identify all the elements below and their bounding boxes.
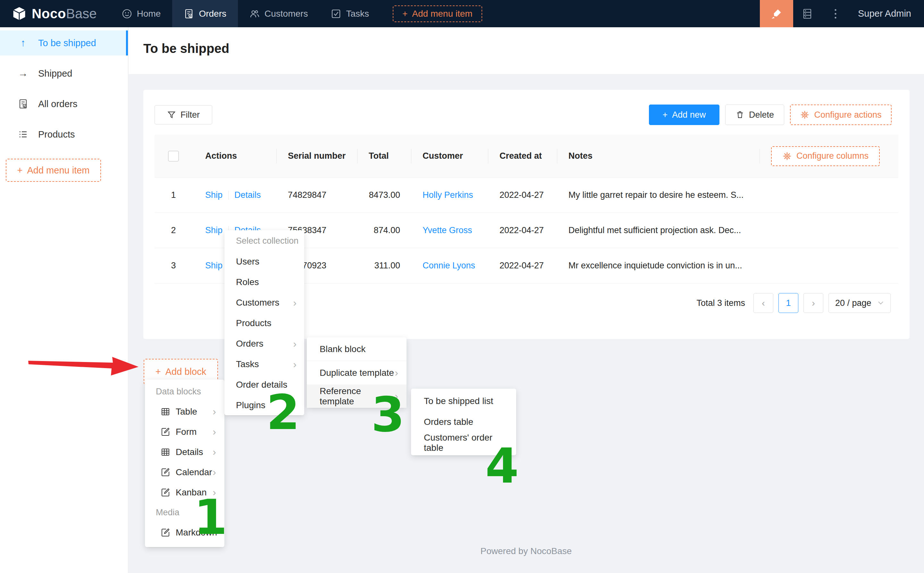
configure-actions-button[interactable]: Configure actions: [790, 105, 892, 125]
menu-item-blank-block[interactable]: Blank block: [307, 337, 406, 361]
add-menu-item-sidebar-button[interactable]: + Add menu item: [6, 159, 101, 182]
nav-item-orders[interactable]: Orders: [172, 0, 238, 27]
menu-item-plugins[interactable]: Plugins: [224, 395, 304, 416]
plugin-manager-button[interactable]: [793, 0, 821, 27]
menu-item-reference-template[interactable]: Reference template›: [307, 384, 406, 408]
nav-item-tasks[interactable]: Tasks: [319, 0, 381, 27]
customer-link[interactable]: Holly Perkins: [422, 190, 473, 200]
add-menu-item-top-button[interactable]: + Add menu item: [393, 5, 482, 22]
chevron-right-icon: ›: [395, 367, 398, 379]
nav-item-customers[interactable]: Customers: [238, 0, 319, 27]
created-at-cell: 2022-04-27: [488, 178, 557, 213]
menu-item-to-be-shipped-list[interactable]: To be shipped list: [411, 391, 516, 412]
row-index: 3: [155, 248, 192, 283]
page-header: To be shipped: [128, 27, 924, 74]
select-collection-menu: Select collection Users Roles Customers›…: [224, 230, 304, 415]
current-user-menu[interactable]: Super Admin: [850, 8, 924, 19]
total-cell: 874.00: [357, 213, 411, 248]
chevron-down-icon: [877, 301, 884, 305]
menu-item-customers[interactable]: Customers›: [224, 293, 304, 313]
customer-link[interactable]: Yvette Gross: [422, 225, 472, 235]
delete-button[interactable]: Delete: [725, 105, 784, 125]
column-header-created-at: Created at: [488, 135, 557, 177]
database-icon: [802, 8, 813, 20]
nav-item-home[interactable]: Home: [110, 0, 172, 27]
ship-action-link[interactable]: Ship: [205, 190, 222, 200]
table-header-row: Actions Serial number Total Customer Cre…: [155, 135, 898, 178]
ui-editor-button[interactable]: [760, 0, 793, 27]
configure-columns-button[interactable]: Configure columns: [771, 146, 880, 166]
file-done-icon: [184, 9, 194, 19]
pagination-page-1[interactable]: 1: [779, 293, 798, 313]
pagination: Total 3 items ‹ 1 › 20 / page: [696, 293, 891, 313]
menu-item-calendar[interactable]: Calendar ›: [145, 462, 224, 482]
gear-icon: [800, 110, 810, 120]
pagination-total: Total 3 items: [696, 298, 745, 308]
filter-button[interactable]: Filter: [155, 105, 212, 124]
menu-item-kanban[interactable]: Kanban ›: [145, 482, 224, 503]
plus-icon: +: [17, 165, 23, 176]
menu-item-users[interactable]: Users: [224, 251, 304, 272]
chevron-right-icon: ›: [213, 466, 216, 478]
notes-cell: Delightful met sufficient projection ask…: [557, 213, 760, 248]
form-icon: [161, 427, 170, 437]
page-size-select[interactable]: 20 / page: [829, 293, 891, 313]
app-logo[interactable]: NocoBase: [0, 0, 110, 27]
created-at-cell: 2022-04-27: [488, 213, 557, 248]
file-done-icon: [18, 99, 28, 109]
menu-item-orders-table[interactable]: Orders table: [411, 412, 516, 432]
details-action-link[interactable]: Details: [235, 190, 261, 200]
brand-name-bold: Noco: [32, 6, 66, 21]
customer-link[interactable]: Connie Lyons: [422, 261, 475, 271]
pagination-prev-button[interactable]: ‹: [754, 293, 773, 313]
sidebar-item-shipped[interactable]: → Shipped: [0, 61, 128, 86]
table-row[interactable]: 1 Ship Details 74829847 8473.00 Holly Pe…: [155, 178, 898, 213]
trash-icon: [735, 110, 744, 119]
menu-item-markdown[interactable]: Markdown: [145, 522, 224, 543]
menu-item-customers-order-table[interactable]: Customers' order table: [411, 432, 516, 453]
menu-item-table[interactable]: Table ›: [145, 401, 224, 422]
brand-name-light: Base: [66, 6, 97, 21]
highlighter-icon: [770, 7, 783, 20]
chevron-right-icon: ›: [293, 297, 297, 309]
unordered-list-icon: [18, 129, 28, 139]
sidebar-item-all-orders[interactable]: All orders: [0, 91, 128, 116]
select-all-checkbox[interactable]: [168, 151, 179, 161]
total-cell: 311.00: [357, 248, 411, 283]
column-header-actions: Actions: [192, 135, 276, 177]
total-cell: 8473.00: [357, 178, 411, 213]
table-icon: [161, 448, 170, 457]
row-index: 1: [155, 178, 192, 213]
menu-item-order-details[interactable]: Order details: [224, 374, 304, 395]
menu-item-form[interactable]: Form ›: [145, 422, 224, 442]
more-actions-button[interactable]: [821, 0, 850, 27]
chevron-right-icon: ›: [213, 426, 216, 438]
menu-item-details[interactable]: Details ›: [145, 442, 224, 462]
column-header-serial: Serial number: [276, 135, 357, 177]
chevron-right-icon: ›: [213, 405, 216, 418]
arrow-right-icon: →: [18, 68, 28, 79]
smile-icon: [122, 9, 132, 19]
logo-cube-icon: [12, 6, 27, 21]
form-icon: [161, 488, 170, 497]
menu-group-label: Data blocks: [145, 382, 224, 401]
form-icon: [161, 468, 170, 477]
add-new-button[interactable]: + Add new: [649, 105, 719, 125]
menu-item-roles[interactable]: Roles: [224, 272, 304, 293]
ship-action-link[interactable]: Ship: [205, 261, 222, 271]
menu-item-duplicate-template[interactable]: Duplicate template›: [307, 361, 406, 384]
menu-item-orders[interactable]: Orders›: [224, 333, 304, 354]
menu-item-products[interactable]: Products: [224, 313, 304, 333]
sidebar-item-to-be-shipped[interactable]: ↑ To be shipped: [0, 30, 128, 55]
team-icon: [249, 9, 260, 19]
menu-item-tasks[interactable]: Tasks›: [224, 354, 304, 374]
plus-icon: +: [402, 9, 408, 19]
column-header-notes: Notes: [557, 135, 760, 177]
filter-funnel-icon: [167, 110, 176, 119]
sidebar-item-products[interactable]: Products: [0, 122, 128, 147]
pagination-next-button[interactable]: ›: [804, 293, 823, 313]
check-square-icon: [331, 9, 341, 19]
chevron-right-icon: ›: [213, 487, 216, 498]
ship-action-link[interactable]: Ship: [205, 225, 222, 235]
notes-cell: Mr excellence inquietude conviction is i…: [557, 248, 760, 283]
